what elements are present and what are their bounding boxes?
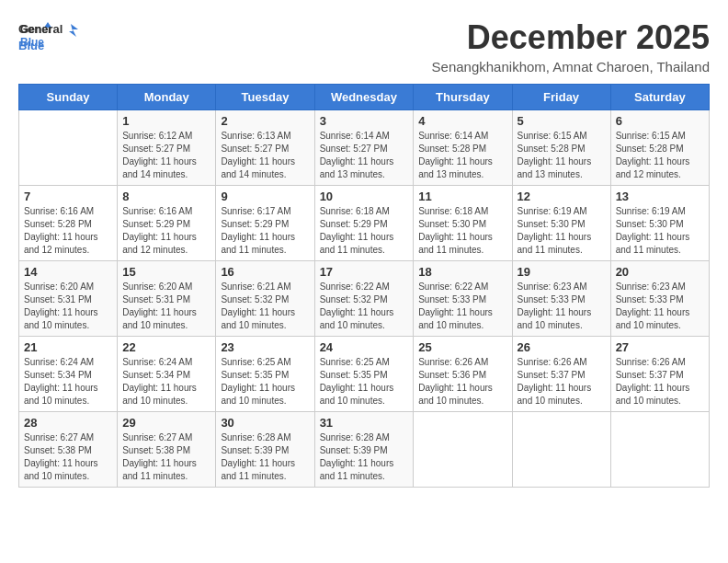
day-info: Sunrise: 6:23 AMSunset: 5:33 PMDaylight:… (518, 281, 606, 332)
day-cell: 6Sunrise: 6:15 AMSunset: 5:28 PMDaylight… (610, 110, 709, 186)
day-header-saturday: Saturday (610, 85, 709, 110)
logo-general: General (18, 22, 63, 36)
day-cell: 13Sunrise: 6:19 AMSunset: 5:30 PMDayligh… (610, 186, 709, 261)
day-number: 2 (221, 114, 309, 128)
day-cell: 31Sunrise: 6:28 AMSunset: 5:39 PMDayligh… (314, 412, 414, 488)
day-cell: 27Sunrise: 6:26 AMSunset: 5:37 PMDayligh… (610, 337, 709, 412)
day-number: 31 (320, 416, 409, 430)
day-cell: 22Sunrise: 6:24 AMSunset: 5:34 PMDayligh… (118, 337, 216, 412)
day-info: Sunrise: 6:26 AMSunset: 5:36 PMDaylight:… (418, 356, 506, 408)
title-section: December 2025 Senangkhanikhom, Amnat Cha… (432, 18, 710, 75)
day-info: Sunrise: 6:15 AMSunset: 5:28 PMDaylight:… (518, 130, 606, 181)
day-number: 29 (122, 416, 210, 430)
day-cell: 8Sunrise: 6:16 AMSunset: 5:29 PMDaylight… (118, 186, 216, 261)
logo: General Blue General Blue (18, 18, 78, 53)
week-row-1: 1Sunrise: 6:12 AMSunset: 5:27 PMDaylight… (19, 110, 710, 186)
day-cell: 17Sunrise: 6:22 AMSunset: 5:32 PMDayligh… (314, 261, 414, 337)
day-number: 22 (122, 340, 210, 354)
day-header-thursday: Thursday (414, 85, 512, 110)
logo-bird-icon (63, 22, 78, 37)
day-cell (610, 412, 709, 488)
day-number: 17 (320, 265, 409, 279)
day-number: 11 (418, 190, 506, 203)
day-cell: 28Sunrise: 6:27 AMSunset: 5:38 PMDayligh… (19, 412, 118, 488)
day-header-sunday: Sunday (19, 85, 118, 110)
day-number: 16 (221, 265, 309, 279)
day-cell: 9Sunrise: 6:17 AMSunset: 5:29 PMDaylight… (216, 186, 314, 261)
day-number: 9 (221, 190, 309, 203)
week-row-2: 7Sunrise: 6:16 AMSunset: 5:28 PMDaylight… (19, 186, 710, 261)
day-cell: 1Sunrise: 6:12 AMSunset: 5:27 PMDaylight… (118, 110, 216, 186)
day-info: Sunrise: 6:26 AMSunset: 5:37 PMDaylight:… (518, 356, 606, 408)
day-info: Sunrise: 6:21 AMSunset: 5:32 PMDaylight:… (221, 281, 309, 332)
week-row-3: 14Sunrise: 6:20 AMSunset: 5:31 PMDayligh… (19, 261, 710, 337)
day-info: Sunrise: 6:28 AMSunset: 5:39 PMDaylight:… (221, 431, 309, 483)
day-info: Sunrise: 6:28 AMSunset: 5:39 PMDaylight:… (320, 431, 409, 483)
week-row-4: 21Sunrise: 6:24 AMSunset: 5:34 PMDayligh… (19, 337, 710, 412)
calendar-body: 1Sunrise: 6:12 AMSunset: 5:27 PMDaylight… (19, 110, 710, 488)
day-header-monday: Monday (118, 85, 216, 110)
day-info: Sunrise: 6:20 AMSunset: 5:31 PMDaylight:… (122, 281, 210, 332)
day-info: Sunrise: 6:25 AMSunset: 5:35 PMDaylight:… (221, 356, 309, 408)
day-cell: 5Sunrise: 6:15 AMSunset: 5:28 PMDaylight… (512, 110, 610, 186)
day-info: Sunrise: 6:25 AMSunset: 5:35 PMDaylight:… (320, 356, 409, 408)
day-number: 19 (518, 265, 606, 279)
day-cell (414, 412, 512, 488)
week-row-5: 28Sunrise: 6:27 AMSunset: 5:38 PMDayligh… (19, 412, 710, 488)
day-cell: 7Sunrise: 6:16 AMSunset: 5:28 PMDaylight… (19, 186, 118, 261)
day-info: Sunrise: 6:19 AMSunset: 5:30 PMDaylight:… (616, 205, 704, 257)
svg-marker-4 (69, 24, 78, 37)
day-cell: 26Sunrise: 6:26 AMSunset: 5:37 PMDayligh… (512, 337, 610, 412)
logo-blue: Blue (18, 39, 44, 52)
day-cell: 20Sunrise: 6:23 AMSunset: 5:33 PMDayligh… (610, 261, 709, 337)
day-info: Sunrise: 6:22 AMSunset: 5:32 PMDaylight:… (320, 281, 409, 332)
day-info: Sunrise: 6:12 AMSunset: 5:27 PMDaylight:… (122, 130, 210, 181)
day-number: 1 (122, 114, 210, 128)
day-number: 23 (221, 340, 309, 354)
day-number: 14 (24, 265, 112, 279)
day-info: Sunrise: 6:16 AMSunset: 5:28 PMDaylight:… (24, 205, 112, 257)
day-cell: 4Sunrise: 6:14 AMSunset: 5:28 PMDaylight… (414, 110, 512, 186)
day-header-tuesday: Tuesday (216, 85, 314, 110)
day-number: 24 (320, 340, 409, 354)
day-info: Sunrise: 6:24 AMSunset: 5:34 PMDaylight:… (122, 356, 210, 408)
day-number: 27 (616, 340, 704, 354)
day-cell: 30Sunrise: 6:28 AMSunset: 5:39 PMDayligh… (216, 412, 314, 488)
day-cell (512, 412, 610, 488)
day-cell: 10Sunrise: 6:18 AMSunset: 5:29 PMDayligh… (314, 186, 414, 261)
day-info: Sunrise: 6:20 AMSunset: 5:31 PMDaylight:… (24, 281, 112, 332)
day-number: 12 (518, 190, 606, 203)
day-number: 13 (616, 190, 704, 203)
day-number: 4 (418, 114, 506, 128)
day-info: Sunrise: 6:26 AMSunset: 5:37 PMDaylight:… (616, 356, 704, 408)
page-header: General Blue General Blue December 2025 … (18, 18, 710, 75)
day-number: 15 (122, 265, 210, 279)
day-number: 30 (221, 416, 309, 430)
day-cell: 12Sunrise: 6:19 AMSunset: 5:30 PMDayligh… (512, 186, 610, 261)
day-info: Sunrise: 6:23 AMSunset: 5:33 PMDaylight:… (616, 281, 704, 332)
calendar-subtitle: Senangkhanikhom, Amnat Charoen, Thailand (432, 59, 710, 75)
day-info: Sunrise: 6:27 AMSunset: 5:38 PMDaylight:… (122, 431, 210, 483)
day-info: Sunrise: 6:13 AMSunset: 5:27 PMDaylight:… (221, 130, 309, 181)
day-cell: 19Sunrise: 6:23 AMSunset: 5:33 PMDayligh… (512, 261, 610, 337)
day-number: 8 (122, 190, 210, 203)
day-cell: 3Sunrise: 6:14 AMSunset: 5:27 PMDaylight… (314, 110, 414, 186)
day-number: 28 (24, 416, 112, 430)
day-number: 18 (418, 265, 506, 279)
day-header-friday: Friday (512, 85, 610, 110)
day-info: Sunrise: 6:16 AMSunset: 5:29 PMDaylight:… (122, 205, 210, 257)
day-info: Sunrise: 6:24 AMSunset: 5:34 PMDaylight:… (24, 356, 112, 408)
day-header-wednesday: Wednesday (314, 85, 414, 110)
day-cell: 16Sunrise: 6:21 AMSunset: 5:32 PMDayligh… (216, 261, 314, 337)
day-cell: 25Sunrise: 6:26 AMSunset: 5:36 PMDayligh… (414, 337, 512, 412)
calendar-table: SundayMondayTuesdayWednesdayThursdayFrid… (18, 84, 710, 488)
calendar-title: December 2025 (432, 18, 710, 57)
day-cell: 18Sunrise: 6:22 AMSunset: 5:33 PMDayligh… (414, 261, 512, 337)
day-number: 26 (518, 340, 606, 354)
day-info: Sunrise: 6:14 AMSunset: 5:27 PMDaylight:… (320, 130, 409, 181)
day-info: Sunrise: 6:17 AMSunset: 5:29 PMDaylight:… (221, 205, 309, 257)
day-number: 5 (518, 114, 606, 128)
day-number: 20 (616, 265, 704, 279)
day-info: Sunrise: 6:18 AMSunset: 5:30 PMDaylight:… (418, 205, 506, 257)
day-cell: 11Sunrise: 6:18 AMSunset: 5:30 PMDayligh… (414, 186, 512, 261)
